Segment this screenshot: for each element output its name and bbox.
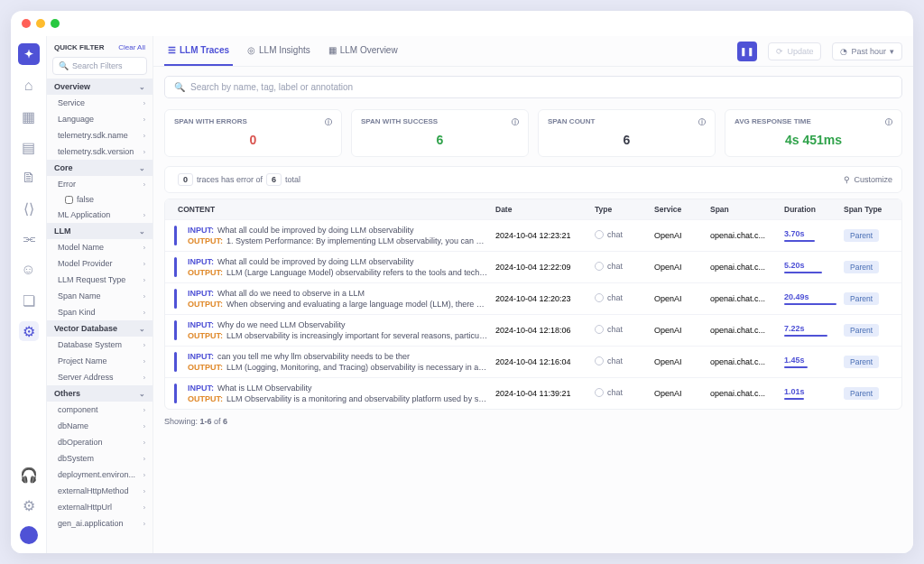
rail-cube-icon[interactable]: ❏ [19, 291, 39, 310]
rail-dashboard-icon[interactable]: ▦ [19, 106, 39, 126]
rail-home-icon[interactable]: ⌂ [19, 76, 39, 96]
trace-search-input[interactable]: 🔍 Search by name, tag, label or annotati… [164, 76, 902, 98]
table-row[interactable]: INPUT:What all could be improved by doin… [165, 219, 901, 251]
filter-item[interactable]: externalHttpUrl› [47, 499, 152, 515]
filter-checkbox-false[interactable]: false [47, 192, 152, 207]
filter-item[interactable]: Language› [47, 111, 152, 127]
app-logo[interactable]: ✦ [18, 43, 40, 65]
filter-item[interactable]: dbSystem› [47, 450, 152, 467]
cell-service: OpenAI [651, 231, 707, 240]
tab-llm-insights[interactable]: ◎LLM Insights [244, 36, 314, 66]
pagination-summary: Showing: 1-6 of 6 [164, 417, 902, 426]
chat-icon [595, 293, 604, 302]
filter-item[interactable]: dbName› [47, 418, 152, 434]
col-content[interactable]: CONTENT [174, 205, 492, 214]
col-type[interactable]: Type [591, 205, 651, 214]
rail-headset-icon[interactable]: 🎧 [19, 465, 39, 485]
span-type-badge: Parent [844, 324, 879, 337]
output-label: OUTPUT: [188, 331, 223, 340]
filter-item[interactable]: Server Address› [47, 369, 152, 385]
clear-all-link[interactable]: Clear All [118, 43, 145, 51]
window-minimize-dot[interactable] [36, 19, 45, 28]
customize-button[interactable]: ⚲Customize [844, 175, 892, 184]
filter-item[interactable]: Model Provider› [47, 255, 152, 272]
filter-section-overview[interactable]: Overview⌄ [47, 79, 152, 95]
table-row[interactable]: INPUT:What is LLM ObservabilityOUTPUT:LL… [165, 377, 901, 409]
info-icon[interactable]: ⓘ [885, 117, 892, 127]
filter-item[interactable]: externalHttpMethod› [47, 483, 152, 499]
info-icon[interactable]: ⓘ [698, 117, 706, 127]
filter-item[interactable]: Error› [47, 176, 152, 192]
rail-page-icon[interactable]: ▤ [19, 137, 39, 157]
filter-item[interactable]: Span Name› [47, 288, 152, 304]
rail-bot-icon[interactable]: ☺ [19, 260, 39, 280]
chevron-right-icon: › [143, 277, 145, 283]
update-button[interactable]: ⟳Update [768, 42, 821, 60]
tab-llm-traces[interactable]: ☰LLM Traces [164, 36, 233, 66]
filter-item[interactable]: telemetry.sdk.name› [47, 127, 152, 143]
filter-section-core[interactable]: Core⌄ [47, 160, 152, 176]
filter-section-others[interactable]: Others⌄ [47, 385, 152, 402]
pause-button[interactable]: ❚❚ [737, 42, 757, 61]
info-icon[interactable]: ⓘ [512, 117, 519, 127]
input-label: INPUT: [188, 352, 214, 361]
chevron-right-icon: › [143, 407, 145, 413]
top-bar: ☰LLM Traces ◎LLM Insights ▦LLM Overview … [153, 36, 913, 67]
cell-duration: 5.20s [781, 261, 840, 273]
table-row[interactable]: INPUT:Why do we need LLM ObservabilityOU… [165, 314, 901, 346]
chevron-right-icon: › [143, 456, 145, 462]
col-date[interactable]: Date [492, 205, 591, 214]
rail-gear-icon[interactable]: ⚙ [19, 321, 39, 341]
table-row[interactable]: INPUT:What all do we need to observe in … [165, 282, 901, 314]
window-close-dot[interactable] [22, 19, 31, 28]
filter-item[interactable]: Model Name› [47, 239, 152, 255]
rail-graph-icon[interactable]: ⫘ [19, 229, 39, 249]
cell-date: 2024-10-04 11:39:21 [492, 389, 591, 398]
filter-item[interactable]: Service› [47, 95, 152, 111]
stat-card-count: SPAN COUNTⓘ 6 [538, 109, 716, 157]
col-span-type[interactable]: Span Type [840, 205, 892, 214]
filter-section-vector-database[interactable]: Vector Database⌄ [47, 320, 152, 337]
refresh-icon: ⟳ [776, 47, 783, 56]
filter-item[interactable]: LLM Request Type› [47, 272, 152, 288]
table-row[interactable]: INPUT:can you tell me why llm observabil… [165, 346, 901, 377]
filter-item[interactable]: ML Application› [47, 207, 152, 223]
tab-llm-overview[interactable]: ▦LLM Overview [325, 36, 402, 66]
filter-section-llm[interactable]: LLM⌄ [47, 223, 152, 239]
user-avatar[interactable] [20, 526, 38, 544]
col-span[interactable]: Span [707, 205, 781, 214]
quick-filter-title: QUICK FILTER [54, 43, 104, 51]
input-label: INPUT: [188, 320, 214, 329]
filter-item[interactable]: Span Kind› [47, 304, 152, 320]
filter-item[interactable]: Project Name› [47, 353, 152, 369]
rail-settings-icon[interactable]: ⚙ [19, 495, 39, 515]
rail-code-icon[interactable]: ⟨⟩ [19, 199, 39, 218]
cell-span: openai.chat.c... [707, 389, 781, 398]
filter-item[interactable]: Database System› [47, 337, 152, 353]
filter-search-input[interactable]: 🔍 Search Filters [52, 57, 147, 75]
cell-duration: 7.22s [781, 324, 840, 337]
table-row[interactable]: INPUT:What all could be improved by doin… [165, 251, 901, 282]
filter-item[interactable]: gen_ai.application› [47, 515, 152, 532]
cell-type: chat [595, 230, 623, 239]
filter-item[interactable]: dbOperation› [47, 434, 152, 450]
eye-icon: ◎ [247, 45, 255, 55]
rail-doc-icon[interactable]: 🗎 [19, 168, 39, 188]
cell-duration: 20.49s [781, 292, 840, 305]
cell-date: 2024-10-04 12:16:04 [492, 357, 591, 366]
output-label: OUTPUT: [188, 363, 223, 372]
span-type-badge: Parent [844, 292, 879, 305]
quick-filter-sidebar: QUICK FILTER Clear All 🔍 Search Filters … [47, 36, 153, 553]
col-service[interactable]: Service [651, 205, 707, 214]
chevron-right-icon: › [143, 133, 145, 139]
window-maximize-dot[interactable] [51, 19, 60, 28]
time-range-selector[interactable]: ◔Past hour▾ [832, 42, 902, 60]
filter-item[interactable]: telemetry.sdk.version› [47, 143, 152, 160]
chevron-right-icon: › [143, 342, 145, 348]
filter-item[interactable]: deployment.environ...› [47, 467, 152, 483]
filter-item[interactable]: component› [47, 402, 152, 418]
col-duration[interactable]: Duration [781, 205, 840, 214]
stat-rt-value: 4s 451ms [735, 127, 892, 149]
checkbox[interactable] [65, 196, 73, 204]
info-icon[interactable]: ⓘ [325, 117, 332, 127]
